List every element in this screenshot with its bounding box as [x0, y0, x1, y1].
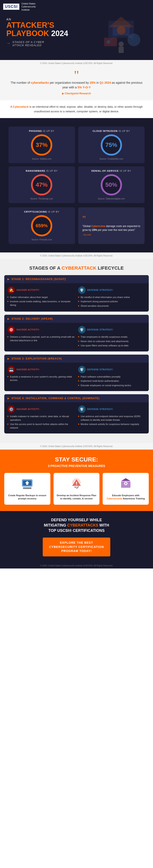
list-item: Never click on unknown links and attachm…	[78, 340, 146, 343]
list-item: Educate employees on social engineering …	[78, 384, 146, 387]
stat-phishing-circle: 37%	[31, 134, 52, 156]
stat-phishing-source: Source: Statista.com	[12, 158, 72, 160]
list-item: Involves social media stalking, data bre…	[7, 300, 75, 307]
stage-2-defense-header: 🛡️ DEFENSE STRATEGY:	[78, 326, 146, 334]
quote-text: The number of cyberattacks per organizat…	[8, 80, 145, 90]
list-item: Implement multi-factor authentication	[78, 379, 146, 383]
stage-1-defense-bullets: Be mindful of what information you share…	[78, 296, 146, 309]
stage-2-defense-bullets: Train employees to identify suspicious e…	[78, 335, 146, 348]
backups-icon	[6, 477, 48, 492]
list-item: Train employees to identify suspicious e…	[78, 335, 146, 339]
definition-section: A Cyberattack is an intentional effort t…	[0, 100, 153, 118]
stage-4-defense-icon: 🛡️	[78, 405, 86, 413]
hero-section: AN ATTACKER'S PLAYBOOK 2024 → STAGES OF …	[0, 13, 153, 60]
svg-point-8	[107, 40, 110, 44]
list-item: Gather information about their target	[7, 296, 75, 299]
stage-4-activity-header: ⚙️ HACKER ACTIVITY:	[7, 405, 75, 413]
stat-ransomware: RANSOMWARE IS UP BY 47% Source: Threatma…	[8, 166, 75, 203]
list-item: Patch software vulnerabilities promptly	[78, 375, 146, 379]
stat-ransomware-label: RANSOMWARE IS UP BY	[12, 169, 72, 172]
svg-rect-5	[104, 38, 117, 46]
list-item: Use this access point to launch further …	[7, 423, 75, 429]
stat-crypto-value: 659%	[36, 223, 48, 228]
stage-1-hacker-bullets: Gather information about their target In…	[7, 296, 75, 308]
stage-2-activity-header: 🎯 HACKER ACTIVITY:	[7, 326, 75, 334]
lifecycle-title: STAGES OF A CYBERATTACK LIFECYCLE	[4, 266, 149, 271]
copyright-4: © 2024, United States Cybersecurity Inst…	[0, 563, 153, 568]
list-item: Exploits a weakness in your system's sec…	[7, 375, 75, 382]
stage-3-defense-icon: 🛡️	[78, 366, 86, 373]
stage-3-defense-bullets: Patch software vulnerabilities promptly …	[78, 375, 146, 388]
stage-4-title: STAGE 4: INSTALLATION, COMMAND & CONTROL…	[11, 397, 100, 400]
stage-2-header: ▶ STAGE 2: DELIVERY (SPEAR)	[4, 315, 149, 323]
org-info: United States Cybersecurity Institute	[22, 2, 36, 11]
stage-4-body: ⚙️ HACKER ACTIVITY: Installs malware to …	[4, 402, 149, 433]
stat-cloud-source: Source: Crowdstrike.com	[81, 158, 142, 160]
secure-card-backups-text: Create Regular Backups to ensure prompt …	[6, 494, 48, 500]
secure-card-backups: Create Regular Backups to ensure prompt …	[4, 473, 50, 505]
definition-text: A Cyberattack is an intentional effort t…	[8, 104, 145, 114]
stage-3-defense-label: DEFENSE STRATEGY:	[87, 368, 113, 371]
cybercrime-quote-mark: "	[82, 215, 86, 222]
quote-source: ▶ Checkpoint Research	[8, 92, 145, 95]
hero-main-title: ATTACKER'S PLAYBOOK 2024	[6, 21, 81, 38]
stage-3-activity: 💻 HACKER ACTIVITY: Exploits a weakness i…	[7, 366, 75, 388]
stage-4-triangle-icon: ▶	[7, 397, 9, 400]
list-item: Use spam filters and keep software up-to…	[78, 344, 146, 347]
cta-explore-button[interactable]: EXPLORE THE BESTCYBERSECURITY CERTIFICAT…	[43, 537, 110, 556]
stage-3-header: ▶ STAGE 3: EXPLOITATION (BREACH)	[4, 354, 149, 363]
stage-4-defense-header: 🛡️ DEFENSE STRATEGY:	[78, 405, 146, 413]
quote-section: " The number of cyberattacks per organiz…	[0, 67, 153, 100]
stat-ransomware-circle: 47%	[31, 174, 52, 195]
stat-ransomware-value: 47%	[36, 181, 48, 188]
cybercrime-quote-source: - Inc.com	[82, 234, 91, 236]
stage-4-defense-bullets: Use antivirus and endpoint detection and…	[78, 414, 146, 427]
stage-4-activity-label: HACKER ACTIVITY:	[17, 408, 40, 410]
stat-cloud-value: 75%	[105, 142, 117, 148]
list-item: Installs malware to maintain control, st…	[7, 414, 75, 422]
stage-3-activity-header: 💻 HACKER ACTIVITY:	[7, 366, 75, 373]
list-item: Implement strong password policies	[78, 300, 146, 303]
stat-cloud-circle: 75%	[101, 134, 122, 156]
svg-rect-10	[119, 46, 124, 53]
svg-rect-13	[23, 487, 31, 489]
stage-4-activity: ⚙️ HACKER ACTIVITY: Installs malware to …	[7, 405, 75, 430]
stay-secure-subtitle: 3 PROACTIVE PREVENTIVE MEASURES	[4, 464, 149, 468]
stage-1-defense-label: DEFENSE STRATEGY:	[87, 289, 113, 291]
stat-crypto-circle: 659%	[31, 215, 52, 236]
stat-dos-source: Source: Dailyransdigital.com	[81, 197, 142, 200]
stage-3-defense-header: 🛡️ DEFENSE STRATEGY:	[78, 366, 146, 373]
stage-1-activity-label: HACKER ACTIVITY:	[17, 289, 40, 291]
stats-grid: PHISHING IS UP BY 37% Source: Statista.c…	[4, 122, 149, 207]
educate-icon: A	[105, 477, 147, 492]
logo-text: USCSI	[5, 4, 18, 9]
stats-bottom-row: CRYPTOJACKING IS UP BY 659% Source: Finm…	[4, 207, 149, 248]
stage-1-header: ▶ STAGE 1: RECONNAISSANCE (SCOUT)	[4, 275, 149, 283]
stage-1-body: 🕵️ HACKER ACTIVITY: Gather information a…	[4, 283, 149, 312]
quote-mark: "	[8, 72, 145, 78]
stat-crypto-label: CRYPTOJACKING IS UP BY	[12, 211, 72, 213]
copyright-2: © 2024, United States Cybersecurity Inst…	[0, 252, 153, 259]
svg-text:A: A	[125, 483, 126, 485]
hero-pre-title: AN	[6, 18, 81, 21]
stage-4-card: ▶ STAGE 4: INSTALLATION, COMMAND & CONTR…	[4, 394, 149, 433]
stage-1-activity-header: 🕵️ HACKER ACTIVITY:	[7, 286, 75, 294]
stage-1-defense: 🛡️ DEFENSE STRATEGY: Be mindful of what …	[78, 286, 146, 309]
stage-4-header: ▶ STAGE 4: INSTALLATION, COMMAND & CONTR…	[4, 394, 149, 402]
stat-crypto-source: Source: Finmails.com	[12, 239, 72, 241]
stage-2-activity: 🎯 HACKER ACTIVITY: Delivers a malicious …	[7, 326, 75, 348]
cybercrime-quote-text: "Global Cybercrime damage costs are expe…	[82, 224, 141, 232]
incident-icon	[56, 477, 98, 492]
org-subtitle: United States Cybersecurity Institute	[22, 2, 36, 11]
stage-1-card: ▶ STAGE 1: RECONNAISSANCE (SCOUT) 🕵️ HAC…	[4, 275, 149, 312]
stage-2-triangle-icon: ▶	[7, 317, 9, 320]
stage-3-card: ▶ STAGE 3: EXPLOITATION (BREACH) 💻 HACKE…	[4, 354, 149, 391]
stage-1-defense-icon: 🛡️	[78, 286, 86, 294]
stage-3-activity-label: HACKER ACTIVITY:	[17, 368, 40, 371]
list-item: Be mindful of what information you share…	[78, 296, 146, 299]
hero-arrow: →	[6, 41, 10, 45]
list-item: Monitor network activity for suspicious …	[78, 423, 146, 426]
lifecycle-section: STAGES OF A CYBERATTACK LIFECYCLE ▶ STAG…	[0, 259, 153, 443]
hero-subtitle: STAGES OF A CYBER ATTACK REVEALED	[12, 40, 44, 47]
stage-2-card: ▶ STAGE 2: DELIVERY (SPEAR) 🎯 HACKER ACT…	[4, 315, 149, 351]
